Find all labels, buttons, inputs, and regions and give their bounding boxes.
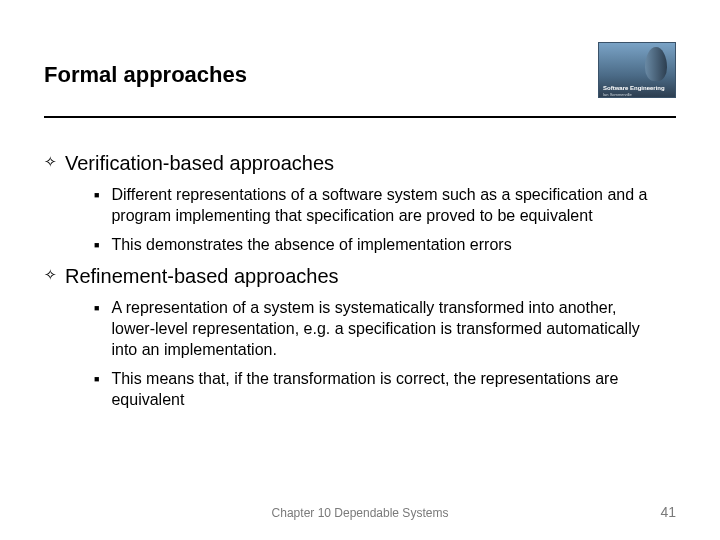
slide-header: Formal approaches Software Engineering I… — [44, 48, 676, 118]
page-number: 41 — [660, 504, 676, 520]
main-list: ✧ Verification-based approaches ■ Differ… — [44, 152, 676, 410]
section-refinement: ✧ Refinement-based approaches ■ A repres… — [44, 265, 676, 410]
footer-chapter: Chapter 10 Dependable Systems — [0, 506, 720, 520]
diamond-bullet-icon: ✧ — [44, 152, 57, 172]
list-item: ■ This means that, if the transformation… — [94, 369, 676, 411]
slide-content: ✧ Verification-based approaches ■ Differ… — [44, 152, 676, 410]
list-item: ■ Different representations of a softwar… — [94, 185, 676, 227]
square-bullet-icon: ■ — [94, 235, 99, 256]
square-bullet-icon: ■ — [94, 185, 99, 206]
square-bullet-icon: ■ — [94, 369, 99, 390]
section-verification: ✧ Verification-based approaches ■ Differ… — [44, 152, 676, 255]
bullet-text: A representation of a system is systemat… — [111, 298, 676, 360]
bullet-text: Different representations of a software … — [111, 185, 676, 227]
logo-text: Software Engineering — [603, 85, 665, 91]
gherkin-building-icon — [645, 47, 667, 81]
slide-title: Formal approaches — [44, 48, 247, 88]
slide: Formal approaches Software Engineering I… — [0, 0, 720, 540]
sub-list: ■ A representation of a system is system… — [44, 298, 676, 410]
list-item: ■ A representation of a system is system… — [94, 298, 676, 360]
list-item: ■ This demonstrates the absence of imple… — [94, 235, 676, 256]
logo-subtext: Ian Sommerville — [603, 92, 632, 97]
square-bullet-icon: ■ — [94, 298, 99, 319]
sub-list: ■ Different representations of a softwar… — [44, 185, 676, 255]
bullet-text: This demonstrates the absence of impleme… — [111, 235, 531, 256]
diamond-bullet-icon: ✧ — [44, 265, 57, 285]
book-cover-logo: Software Engineering Ian Sommerville — [598, 42, 676, 98]
section-heading: Refinement-based approaches — [65, 265, 339, 288]
bullet-text: This means that, if the transformation i… — [111, 369, 676, 411]
section-heading: Verification-based approaches — [65, 152, 334, 175]
